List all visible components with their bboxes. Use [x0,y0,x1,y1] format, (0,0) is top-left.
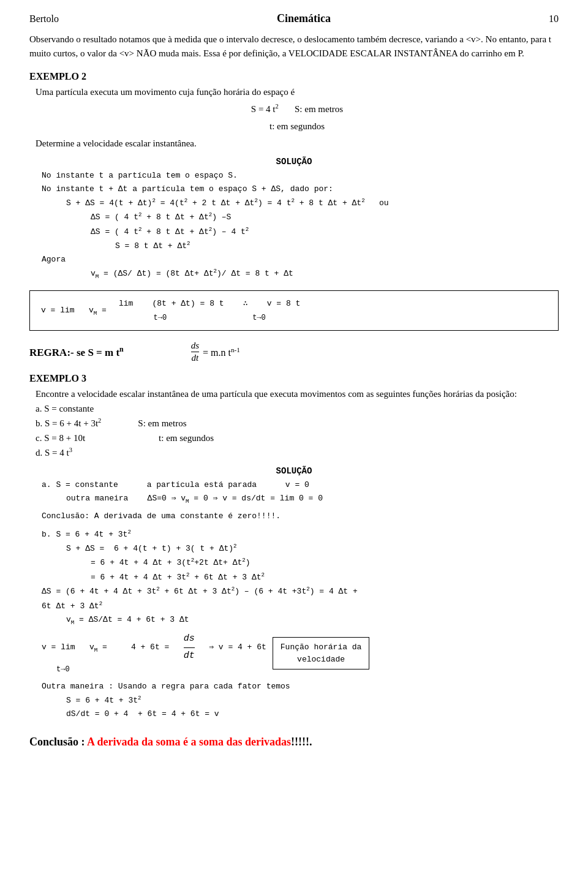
conclusion-section: Conclusão : A derivada da soma é a soma … [29,736,559,749]
sol3-b-1: S + ΔS = 6 + 4(t + t) + 3( t + Δt)2 [66,541,559,556]
sol3-b-frac: ds dt [184,631,195,663]
sol3-a-concl: Conclusão: A derivada de uma constante é… [42,510,559,523]
sol3-b-box: Função horária davelocidade [273,637,370,669]
sol2-eq1: S + ΔS = 4(t + Δt)2 = 4(t2 + 2 t Δt + Δt… [66,196,559,210]
sol2-eq5: vM = (ΔS/ Δt) = (8t Δt+ Δt2)/ Δt = 8 t +… [91,266,559,281]
limit-box: v = lim vM = lim (8t + Δt) = 8 t ∴ v = 8… [29,290,559,331]
t-to-0-left: t→0 [154,312,167,324]
sol3-b-lim-expr: v = lim vM = 4 + 6t = ds dt ⇒ v = 4 + 6t… [42,631,266,676]
sol3-b-t0: t→0 [56,663,70,676]
t-to-0-right: t→0 [252,312,266,324]
conclusion-text1: Conclusão : [29,736,87,748]
sol2-line1: No instante t a partícula tem o espaço S… [42,169,559,183]
exemplo3-c-eq: c. S = 8 + 10t [36,431,85,445]
page-header: Bertolo Cinemática 10 [29,12,559,25]
sol2-eq2: ΔS = ( 4 t2 + 8 t Δt + Δt2) –S [91,210,559,224]
conclusion-text2: A derivada da soma é a soma das derivada… [87,736,291,748]
sol3-b-frac-dt: dt [184,648,195,664]
exemplo3-section: EXEMPLO 3 Encontre a velocidade escalar … [29,373,559,721]
regra-section: REGRA:- se S = m tn ds dt = m.n tn-1 [29,341,559,363]
exemplo3-b: b. S = 6 + 4t + 3t2 S: em metros [36,416,559,431]
sol3-b-4: ΔS = (6 + 4t + 4 Δt + 3t2 + 6t Δt + 3 Δt… [42,584,559,598]
sol3-b-dsdt: dS/dt = 0 + 4 + 6t = 4 + 6t = v [66,707,559,721]
regra-equals: = m.n tn-1 [203,346,240,358]
exemplo3-c: c. S = 8 + 10t t: em segundos [36,431,559,445]
solucao2-body: No instante t a partícula tem o espaço S… [42,169,559,282]
exemplo2-body: Uma partícula executa um movimento cuja … [36,85,559,151]
sol3-b-3: = 6 + 4t + 4 Δt + 3t2 + 6t Δt + 3 Δt2 [91,570,559,584]
sol3-b-4b: 6t Δt + 3 Δt2 [42,599,559,613]
sol2-agora: Agora [42,253,559,266]
limit-spacer: lim (8t + Δt) = 8 t ∴ v = 8 t t→0 t→0 [119,297,300,324]
exemplo2-title: EXEMPLO 2 [29,71,559,82]
sol2-eq4: S = 8 t Δt + Δt2 [115,239,559,253]
limit-expr: lim (8t + Δt) = 8 t ∴ v = 8 t [119,297,300,311]
sol3-a-1: a. S = constante a partícula está parada… [42,478,559,492]
sol2-eq3: ΔS = ( 4 t2 + 8 t Δt + Δt2) – 4 t2 [91,225,559,239]
exemplo3-body: Encontre a velocidade escalar instantâne… [36,387,559,460]
regra-label: REGRA:- se S = m tn [29,345,124,360]
regra-text: REGRA:- se S = m tn [29,347,124,358]
sol3-b-outra: Outra maneira : Usando a regra para cada… [42,680,559,693]
solucao3-title: SOLUÇÃO [29,466,559,476]
exemplo3-b-eq: b. S = 6 + 4t + 3t2 [36,416,101,431]
limit-v-eq: v = lim vM = [41,304,107,318]
sol3-b-frac-ds: ds [184,631,195,648]
exemplo3-desc: Encontre a velocidade escalar instantâne… [36,387,559,401]
page-number: 10 [549,13,559,25]
sol2-line2: No instante t + Δt a partícula tem o esp… [42,183,559,196]
sol3-b-lim-top: v = lim vM = 4 + 6t = ds dt ⇒ v = 4 + 6t [42,631,266,663]
regra-frac: ds dt [191,341,199,363]
regra-ds: ds [191,341,199,352]
page-title: Cinemática [59,12,549,25]
exemplo3-d: d. S = 4 t3 [36,445,559,460]
exemplo3-title: EXEMPLO 3 [29,373,559,384]
regra-dt: dt [192,352,199,363]
sol3-b-5: vM = ΔS/Δt = 4 + 6t + 3 Δt [66,613,559,627]
exemplo2-eq: S = 4 t2 S: em metros [36,102,559,116]
exemplo2-section: EXEMPLO 2 Uma partícula executa um movim… [29,71,559,331]
solucao2-title: SOLUÇÃO [29,157,559,167]
sol3-b-lim-line: v = lim vM = 4 + 6t = ds dt ⇒ v = 4 + 6t… [42,631,559,676]
exemplo2-question: Determine a velocidade escalar instantân… [36,136,559,151]
exemplo2-desc: Uma partícula executa um movimento cuja … [36,87,295,97]
intro-paragraph: Observando o resultado notamos que à med… [29,32,559,61]
exemplo2-t-unit: t: em segundos [36,119,559,134]
sol3-a-2: outra maneira ΔS=0 ⇒ vM = 0 ⇒ v = ds/dt … [66,492,559,506]
limit-box-content: v = lim vM = lim (8t + Δt) = 8 t ∴ v = 8… [41,297,547,324]
exemplo3-b-unit: S: em metros [138,416,186,431]
exemplo3-a: a. S = constante [36,401,559,416]
author-name: Bertolo [29,13,59,25]
sol3-b-s-eq: S = 6 + 4t + 3t2 [66,693,559,707]
sol3-b-2: = 6 + 4t + 4 Δt + 3(t2+2t Δt+ Δt2) [91,556,559,570]
sol3-b-title: b. S = 6 + 4t + 3t2 [42,527,559,541]
conclusion-text3: !!!!!. [291,736,312,748]
exemplo3-c-unit: t: em segundos [159,431,214,445]
limit-sub-row: t→0 t→0 [154,312,266,324]
regra-formula: ds dt = m.n tn-1 [191,341,240,363]
solucao3-body: a. S = constante a partícula está parada… [42,478,559,721]
